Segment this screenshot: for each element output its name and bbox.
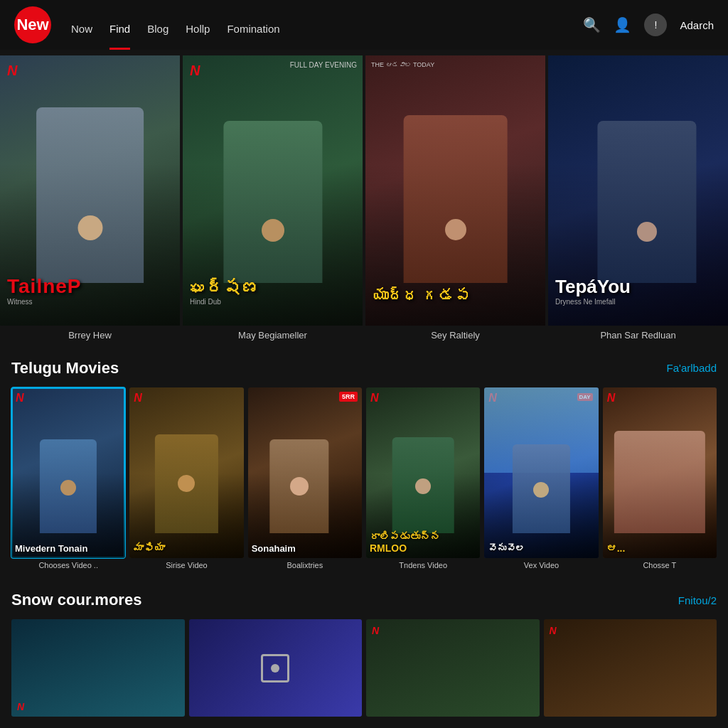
- user-icon[interactable]: 👤: [614, 16, 631, 33]
- telugu-section: Telugu Movies Fa'arlbadd N Mivedern Tona…: [0, 345, 728, 580]
- telugu-movie-card-1-wrapper: N Mivedern Tonain Chooses Video ..: [11, 387, 125, 573]
- featured-poster-3[interactable]: THE ఆడవాల TODAY యుద్ధ గడప: [365, 55, 545, 326]
- movie-label-3: Boalixtries: [248, 558, 362, 572]
- navbar: New Now Find Blog Hollp Fomination 🔍 👤 !…: [0, 0, 728, 50]
- telugu-section-link[interactable]: Fa'arlbadd: [667, 362, 717, 374]
- snow-cards-row: N N N: [11, 619, 717, 717]
- featured-subtitle-2: Hindi Dub: [190, 298, 355, 306]
- featured-subtitle-1: Witness: [7, 298, 173, 306]
- user-name[interactable]: Adarch: [680, 19, 714, 31]
- movie-title-6: ఆ...: [606, 542, 713, 554]
- notification-icon[interactable]: !: [644, 14, 667, 36]
- movie-label-6: Chosse T: [603, 558, 717, 572]
- telugu-movie-card-3-wrapper: 5RR Sonahaim Boalixtries: [248, 387, 362, 573]
- telugu-movie-card-3[interactable]: 5RR Sonahaim: [248, 387, 362, 558]
- telugu-section-title: Telugu Movies: [11, 359, 119, 378]
- movie-title-overlay-3: Sonahaim: [252, 543, 358, 554]
- telugu-movie-card-5-wrapper: N DAY వెనువెల Vex Video: [484, 387, 598, 573]
- snow-section: Snow cour.mores Fnitou/2 N N N: [0, 579, 728, 724]
- movie-title-1: Mivedern Tonain: [15, 543, 122, 554]
- telugu-movie-card-6[interactable]: N ఆ...: [603, 387, 717, 558]
- logo-badge[interactable]: New: [14, 6, 51, 43]
- search-icon[interactable]: 🔍: [583, 16, 601, 33]
- movie-label-1: Chooses Video ..: [11, 558, 125, 572]
- nav-link-blog[interactable]: Blog: [147, 23, 168, 50]
- featured-title-4: TepáYou: [555, 276, 721, 298]
- telugu-movie-card-1[interactable]: N Mivedern Tonain: [11, 387, 125, 558]
- featured-poster-1[interactable]: N TailneP Witness: [0, 55, 180, 326]
- telugu-section-header: Telugu Movies Fa'arlbadd: [11, 359, 717, 378]
- featured-label-1: Brrey Hew: [0, 326, 180, 345]
- telugu-movie-card-2-wrapper: N మాఫియా Sirise Video: [129, 387, 243, 573]
- nav-link-fomination[interactable]: Fomination: [227, 23, 279, 50]
- snow-section-header: Snow cour.mores Fnitou/2: [11, 591, 717, 609]
- featured-card-4: TepáYou Dryness Ne Imefall Phan Sar Redl…: [548, 55, 728, 345]
- movie-title-overlay-4: రాలిపడుతున్న RMLOO: [370, 531, 476, 554]
- featured-title-2: ఘర్షణ: [190, 278, 355, 298]
- movie-title-overlay-1: Mivedern Tonain: [15, 543, 122, 554]
- telugu-movie-card-4[interactable]: N రాలిపడుతున్న RMLOO: [366, 387, 480, 559]
- nav-right: 🔍 👤 ! Adarch: [583, 14, 714, 36]
- featured-card-3: THE ఆడవాల TODAY యుద్ధ గడప Sey Raltiely: [365, 55, 545, 345]
- nav-links: Now Find Blog Hollp Fomination: [71, 0, 280, 50]
- movie-title-2: మాఫియా: [133, 542, 240, 554]
- featured-poster-4[interactable]: TepáYou Dryness Ne Imefall: [548, 55, 728, 326]
- snow-card-3[interactable]: N: [366, 619, 540, 717]
- snow-card-2[interactable]: [189, 619, 363, 717]
- featured-poster-2[interactable]: N FULL DAY EVENING ఘర్షణ Hindi Dub: [183, 55, 363, 326]
- snow-card-1[interactable]: N: [11, 619, 185, 717]
- snow-card-4[interactable]: N: [544, 619, 717, 717]
- featured-label-2: May Begiameller: [183, 326, 363, 345]
- telugu-movie-card-4-wrapper: N రాలిపడుతున్న RMLOO Tndens Video: [366, 387, 480, 573]
- movie-label-2: Sirise Video: [129, 558, 243, 572]
- featured-row: N TailneP Witness Brrey Hew N FULL DAY E…: [0, 55, 728, 345]
- telugu-movie-card-5[interactable]: N DAY వెనువెల: [484, 387, 598, 558]
- nav-link-find[interactable]: Find: [109, 23, 130, 50]
- movie-title-overlay-5: వెనువెల: [488, 543, 594, 554]
- featured-title-overlay-3: యుద్ధ గడప: [373, 287, 538, 306]
- featured-title-overlay-2: ఘర్షణ Hindi Dub: [190, 278, 355, 306]
- featured-title-overlay-1: TailneP Witness: [7, 275, 173, 306]
- telugu-movie-card-2[interactable]: N మాఫియా: [129, 387, 243, 558]
- movie-title-3: Sonahaim: [252, 543, 358, 554]
- movie-label-4: Tndens Video: [366, 558, 480, 572]
- telugu-movies-row: N Mivedern Tonain Chooses Video .. N మాఫ…: [11, 387, 717, 573]
- nav-link-now[interactable]: Now: [71, 23, 92, 50]
- featured-title-1: TailneP: [7, 275, 173, 298]
- featured-subtitle-4: Dryness Ne Imefall: [555, 298, 721, 306]
- featured-card-2: N FULL DAY EVENING ఘర్షణ Hindi Dub May B…: [183, 55, 363, 345]
- movie-title-4: రాలిపడుతున్న RMLOO: [370, 531, 476, 554]
- nav-link-hollp[interactable]: Hollp: [186, 23, 210, 50]
- telugu-movie-card-6-wrapper: N ఆ... Chosse T: [603, 387, 717, 573]
- snow-section-title: Snow cour.mores: [11, 591, 141, 609]
- snow-section-link[interactable]: Fnitou/2: [678, 594, 717, 606]
- featured-label-3: Sey Raltiely: [365, 326, 545, 345]
- featured-label-4: Phan Sar Redluan: [548, 326, 728, 345]
- featured-card-1: N TailneP Witness Brrey Hew: [0, 55, 180, 345]
- movie-title-5: వెనువెల: [488, 543, 594, 554]
- featured-title-overlay-4: TepáYou Dryness Ne Imefall: [555, 276, 721, 306]
- movie-title-overlay-6: ఆ...: [606, 542, 713, 554]
- movie-title-overlay-2: మాఫియా: [133, 542, 240, 554]
- featured-title-3: యుద్ధ గడప: [373, 287, 538, 306]
- movie-label-5: Vex Video: [484, 558, 598, 572]
